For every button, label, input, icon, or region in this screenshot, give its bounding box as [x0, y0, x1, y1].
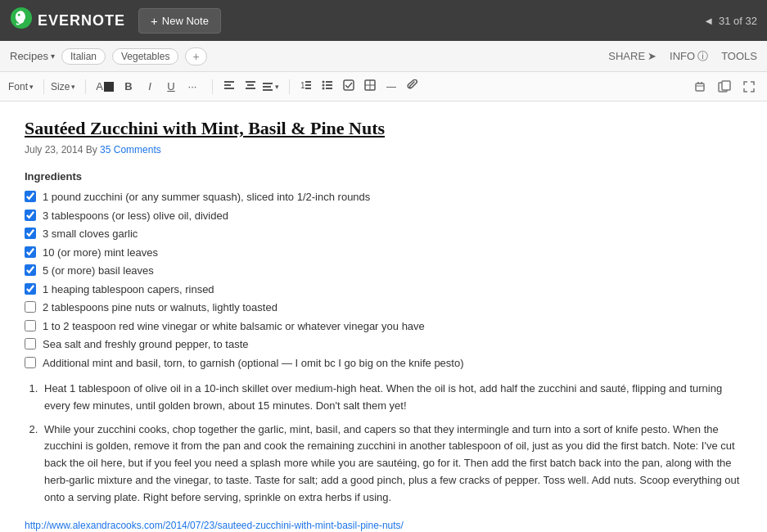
comments-link[interactable]: 35 Comments: [100, 144, 161, 156]
checkbox-button[interactable]: [339, 77, 359, 97]
svg-rect-8: [263, 83, 273, 84]
checklist-item: 3 tablespoons (or less) olive oil, divid…: [25, 208, 742, 224]
new-note-button[interactable]: + New Note: [138, 8, 221, 34]
checklist-item-text: Sea salt and freshly ground pepper, to t…: [43, 336, 249, 353]
font-group: Font ▾: [8, 81, 34, 92]
checklist-item: Additional mint and basil, torn, to garn…: [25, 355, 742, 372]
add-tag-button[interactable]: +: [185, 47, 206, 65]
svg-rect-20: [326, 88, 332, 89]
svg-rect-18: [326, 84, 332, 86]
svg-rect-21: [344, 80, 354, 90]
text-format-group: A B I U ···: [92, 77, 202, 97]
share-action[interactable]: SHARE ➤: [608, 50, 656, 62]
checklist-item: 3 small cloves garlic: [25, 226, 742, 242]
svg-rect-5: [246, 81, 255, 83]
info-label: INFO: [670, 50, 695, 62]
rule-button[interactable]: —: [381, 77, 401, 97]
svg-rect-6: [247, 84, 254, 86]
ordered-list-icon: 1.: [300, 79, 312, 93]
tagbar-right: SHARE ➤ INFO ⓘ TOOLS: [608, 49, 757, 64]
checkbox[interactable]: [25, 320, 36, 331]
attachment-button[interactable]: [403, 77, 422, 97]
checkbox[interactable]: [25, 283, 36, 295]
checklist-item-text: 5 (or more) basil leaves: [43, 263, 154, 279]
svg-rect-4: [224, 88, 234, 89]
share-icon: ➤: [647, 50, 656, 62]
step-item: Heat 1 tablespoon of olive oil in a 10-i…: [41, 381, 742, 415]
italic-button[interactable]: I: [140, 77, 160, 97]
source-link[interactable]: http://www.alexandracooks.com/2014/07/23…: [25, 520, 742, 531]
checkbox[interactable]: [25, 357, 36, 368]
table-button[interactable]: [360, 77, 380, 97]
share-label: SHARE: [608, 50, 645, 62]
checklist-item: 1 pound zucchini (or any summer squash),…: [25, 189, 742, 205]
svg-point-17: [323, 84, 325, 87]
font-color-label: A: [96, 80, 103, 92]
elephant-icon: [10, 7, 33, 35]
align-center-button[interactable]: [241, 77, 260, 97]
unordered-list-button[interactable]: [318, 77, 337, 97]
tools-action[interactable]: TOOLS: [721, 50, 757, 62]
svg-rect-13: [305, 84, 311, 86]
checkbox[interactable]: [25, 264, 36, 276]
checkbox[interactable]: [25, 301, 36, 313]
separator-1: [43, 79, 44, 94]
note-meta: July 23, 2014 By 35 Comments: [25, 144, 742, 156]
checkbox[interactable]: [25, 228, 36, 239]
checkbox[interactable]: [25, 246, 36, 258]
logo-area: EVERNOTE: [10, 7, 125, 35]
svg-rect-16: [326, 81, 332, 83]
underline-button[interactable]: U: [161, 77, 181, 97]
notebook-dropdown[interactable]: Recipes ▾: [10, 50, 55, 62]
underline-label: U: [167, 80, 174, 92]
checklist-item-text: 1 heaping tablespoon capers, rinsed: [43, 282, 214, 298]
more-button[interactable]: ···: [183, 77, 202, 97]
expand-button[interactable]: [739, 77, 759, 97]
checklist-item: 5 (or more) basil leaves: [25, 263, 742, 279]
notebook-label: Recipes: [10, 50, 48, 62]
separator-2: [85, 79, 86, 94]
editor-toolbar: Font ▾ Size ▾ A B I U ···: [0, 72, 767, 101]
tag-vegetables[interactable]: Vegetables: [112, 48, 178, 65]
attachment-icon: [407, 79, 418, 93]
align-dropdown[interactable]: ▾: [262, 81, 279, 92]
svg-rect-25: [696, 83, 704, 91]
svg-rect-30: [722, 81, 730, 90]
list-group: 1. —: [296, 77, 422, 97]
font-dropdown[interactable]: Font ▾: [8, 81, 34, 92]
checkbox[interactable]: [25, 191, 36, 202]
top-bar: EVERNOTE + New Note ◄ 31 of 32: [0, 0, 767, 41]
font-caret: ▾: [29, 83, 34, 91]
checkbox[interactable]: [25, 210, 36, 221]
tag-italian[interactable]: Italian: [61, 48, 106, 65]
svg-rect-7: [246, 88, 255, 89]
unordered-list-icon: [322, 79, 333, 93]
info-action[interactable]: INFO ⓘ: [670, 49, 708, 64]
checklist-item: 2 tablespoons pine nuts or walnuts, ligh…: [25, 300, 742, 316]
checklist-item-text: 3 tablespoons (or less) olive oil, divid…: [43, 208, 228, 224]
pagination-arrow: ◄: [703, 15, 714, 27]
separator-3: [212, 79, 213, 94]
checkbox[interactable]: [25, 338, 36, 349]
svg-rect-12: [305, 81, 311, 83]
checklist-item: Sea salt and freshly ground pepper, to t…: [25, 336, 742, 353]
ordered-list-button[interactable]: 1.: [296, 77, 316, 97]
size-dropdown[interactable]: Size ▾: [51, 81, 75, 92]
duplicate-button[interactable]: [715, 77, 734, 97]
bold-label: B: [124, 80, 132, 92]
size-group: Size ▾: [51, 81, 75, 92]
note-content: Sautéed Zucchini with Mint, Basil & Pine…: [0, 101, 767, 532]
new-note-label: New Note: [162, 15, 209, 27]
italic-label: I: [148, 80, 151, 92]
info-icon: ⓘ: [697, 49, 708, 64]
reminder-button[interactable]: [690, 77, 710, 97]
font-color-button[interactable]: A: [92, 77, 117, 97]
logo-text: EVERNOTE: [38, 12, 125, 29]
checklist-item-text: 10 (or more) mint leaves: [43, 245, 158, 261]
svg-point-15: [323, 81, 325, 83]
step-item: While your zucchini cooks, chop together…: [41, 422, 742, 507]
checklist-item: 10 (or more) mint leaves: [25, 245, 742, 261]
align-left-button[interactable]: [219, 77, 239, 97]
bold-button[interactable]: B: [119, 77, 138, 97]
align-center-icon: [245, 79, 256, 93]
